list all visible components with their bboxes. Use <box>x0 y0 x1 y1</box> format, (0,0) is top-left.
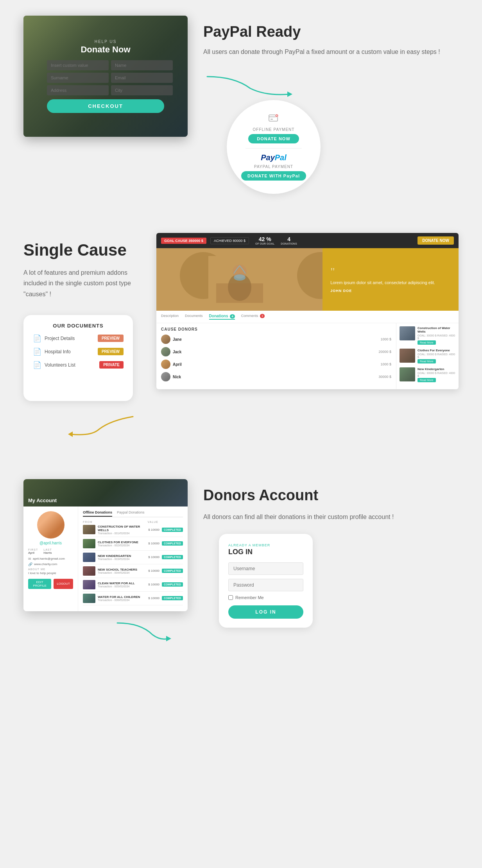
donate-form-mockup: HELP US Donate Now CHECKOUT <box>23 16 188 137</box>
url-icon: 🔗 <box>28 562 32 566</box>
account-main: Offline Donations Paypal Donations FROM … <box>78 506 188 611</box>
about-label: ABOUT ME <box>28 568 73 571</box>
donation-status-4: COMPLETED <box>162 569 183 573</box>
single-cause-title: Single Cause <box>23 241 141 260</box>
edit-profile-button[interactable]: EDIT PROFILE <box>28 579 51 589</box>
teal-arrow-2-svg <box>109 615 172 646</box>
sep-2 <box>23 471 459 479</box>
tab-donations[interactable]: Donations 4 <box>209 314 235 320</box>
offline-payment-label: OFFLINE PAYMENT <box>253 127 295 132</box>
donation-thumb-6 <box>83 594 95 603</box>
quote-author: JOHN DOE <box>330 289 451 293</box>
doc-row-2: 📄 Hospital Info PREVIEW <box>33 347 124 356</box>
cause-donors-title: CAUSE DONORS <box>161 327 391 331</box>
last-name-section: LAST Harris <box>43 548 52 555</box>
form-row-2 <box>47 73 164 83</box>
donate-now-button[interactable]: DONATE NOW <box>248 134 299 143</box>
offline-icon <box>268 113 279 125</box>
svg-rect-3 <box>271 119 273 120</box>
donor-avatar-3 <box>161 360 170 369</box>
last-label: LAST <box>43 548 52 551</box>
address-input[interactable] <box>47 85 109 95</box>
doc-preview-btn-2[interactable]: PREVIEW <box>98 348 124 355</box>
section1-right: PayPal Ready All users can donate throug… <box>203 23 440 194</box>
custom-value-input[interactable] <box>47 60 109 70</box>
donate-with-paypal-button[interactable]: DONATE WITH PayPal <box>241 171 306 181</box>
cause-related: Construction of Water Wells GOAL: 30000 … <box>396 323 459 389</box>
checkout-button[interactable]: CHECKOUT <box>47 99 164 113</box>
single-cause-left: Single Cause A lot of features and premi… <box>23 233 141 440</box>
login-button[interactable]: LOG IN <box>228 605 303 619</box>
related-info-1: Construction of Water Wells GOAL: 30000 … <box>417 326 455 345</box>
quote-text: Lorem ipsum dolor sit amet, consectetur … <box>330 279 451 286</box>
percent-stat: 42 % OF OUR GOAL <box>255 236 274 245</box>
related-thumb-1 <box>400 326 415 340</box>
donations-count: 4 <box>281 236 297 242</box>
donation-amount-2: $ 10000 <box>144 542 159 545</box>
tab-offline-donations[interactable]: Offline Donations <box>83 510 112 517</box>
svg-marker-13 <box>166 636 171 641</box>
page-wrapper: HELP US Donate Now CHECKOUT <box>0 0 482 662</box>
remember-checkbox[interactable] <box>228 595 233 600</box>
email-icon: ✉ <box>28 557 31 561</box>
donation-name-2: CLOTHES FOR EVERYONE <box>98 540 142 544</box>
cause-quote-panel: " Lorem ipsum dolor sit amet, consectetu… <box>323 248 459 311</box>
doc-private-btn[interactable]: PRIVATE <box>99 361 124 369</box>
related-item-3: New Kindergarten GOAL: 30000 $ RAISED: 4… <box>400 367 455 382</box>
donation-row-2: CLOTHES FOR EVERYONE Transaction - 002#5… <box>83 539 183 551</box>
surname-input[interactable] <box>47 73 109 83</box>
donor-amount-1: 1000 $ <box>380 337 391 341</box>
tab-description[interactable]: Description <box>161 314 179 320</box>
donation-status-2: COMPLETED <box>162 541 183 546</box>
email-input[interactable] <box>111 73 173 83</box>
related-meta-1: GOAL: 30000 $ RAISED: 4000 $ <box>417 334 455 340</box>
section-donors: My Account @april.harris FIRST April <box>23 479 459 646</box>
donation-name-6: WATER FOR ALL CHILDREN <box>98 595 142 599</box>
donation-trans-6: Transaction - 006#526334 <box>98 599 142 601</box>
form-row-1 <box>47 60 164 70</box>
donation-row-4: NEW SCHOOL TEACHERS Transaction - 004#52… <box>83 566 183 578</box>
donor-amount-2: 20000 $ <box>378 350 391 354</box>
donations-table-header: FROM VALUE <box>83 521 183 523</box>
donation-trans-4: Transaction - 004#526334 <box>98 571 142 574</box>
donation-info-1: CONSTRUCTION OF WATER WELLS Transaction … <box>98 525 142 535</box>
related-info-2: Clothes For Everyone GOAL: 30000 $ RAISE… <box>417 349 455 363</box>
section-paypal: HELP US Donate Now CHECKOUT <box>23 16 459 194</box>
tab-comments[interactable]: Comments 3 <box>241 314 265 320</box>
email-value: april.harris@gmail.com <box>33 557 65 560</box>
svg-point-12 <box>234 274 245 281</box>
donation-amount-6: $ 10000 <box>144 596 159 600</box>
related-btn-3[interactable]: Read More <box>417 378 436 382</box>
logout-button[interactable]: LOGOUT <box>54 579 73 589</box>
about-text: I love to help people <box>28 571 73 575</box>
remember-label: Remember Me <box>235 595 264 600</box>
first-name: April <box>28 551 38 555</box>
name-input[interactable] <box>111 60 173 70</box>
donor-name-3: April <box>173 362 182 367</box>
donation-status-6: COMPLETED <box>162 596 183 600</box>
related-btn-1[interactable]: Read More <box>417 340 436 345</box>
doc-preview-btn-1[interactable]: PREVIEW <box>98 335 124 342</box>
avatar-placeholder <box>37 511 65 539</box>
donation-info-3: NEW KINDERGARTEN Transaction - 003#52633… <box>98 554 142 560</box>
login-panel: ALREADY A MEMBER LOG IN Remember Me LOG … <box>219 534 313 628</box>
paypal-payment-label: PAYPAL PAYMENT <box>254 165 293 169</box>
donor-amount-4: 30000 $ <box>378 375 391 379</box>
related-title-2: Clothes For Everyone <box>417 349 455 352</box>
donor-name-2: Jack <box>173 350 181 354</box>
donations-stat: 4 DONATIONS <box>281 236 297 245</box>
donation-amount-3: $ 10000 <box>144 555 159 559</box>
sep-1 <box>23 225 459 233</box>
doc-icon-2: 📄 <box>33 347 41 356</box>
password-input[interactable] <box>228 579 303 591</box>
tab-paypal-donations[interactable]: Paypal Donations <box>117 510 145 517</box>
donation-trans-5: Transaction - 005#526334 <box>98 585 142 588</box>
account-mockup-wrapper: My Account @april.harris FIRST April <box>23 479 188 646</box>
donations-table: FROM VALUE CONSTRUCTION OF WATER WELLS T… <box>83 521 183 605</box>
cause-donate-button[interactable]: DONATE NOW <box>417 236 454 245</box>
tab-documents[interactable]: Documents <box>185 314 203 320</box>
username-input[interactable] <box>228 562 303 575</box>
donor-avatar-1 <box>161 335 170 344</box>
city-input[interactable] <box>111 85 173 95</box>
related-btn-2[interactable]: Read More <box>417 359 436 363</box>
